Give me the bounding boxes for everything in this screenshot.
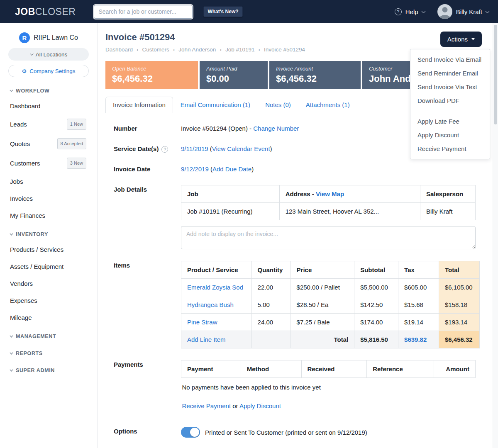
quotes-badge: 8 Accepted [57, 138, 86, 149]
receive-payment-link[interactable]: Receive Payment [182, 402, 231, 409]
breadcrumb-invoice: Invoice #501294 [264, 46, 305, 53]
logo-bold-text: JOB [15, 6, 35, 17]
footer-empty-cell [251, 331, 290, 348]
sidebar-item-assets-equipment[interactable]: Assets / Equipment [0, 258, 97, 275]
help-icon: ? [395, 8, 402, 15]
user-menu[interactable]: Billy Kraft [437, 4, 489, 19]
sidebar-item-expenses[interactable]: Expenses [0, 292, 97, 309]
item-row: Pine Straw 24.00 $7.25 / Bale $174.00 $1… [181, 314, 480, 331]
add-due-date-link[interactable]: Add Due Date [212, 166, 251, 173]
sidebar-section-management: MANAGEMENT [0, 329, 97, 343]
item-row: Emerald Zoysia Sod 22.00 $250.00 / Palle… [181, 279, 480, 296]
chevron-down-icon [10, 368, 13, 371]
tab-invoice-information[interactable]: Invoice Information [105, 97, 173, 113]
page-title: Invoice #501294 [105, 32, 305, 43]
breadcrumb-john-anderson[interactable]: John Anderson [178, 46, 216, 53]
sidebar-section-header-super-admin[interactable]: SUPER ADMIN [0, 363, 97, 377]
logo-light-text: CLOSER [35, 6, 76, 17]
item-product-link[interactable]: Emerald Zoysia Sod [187, 284, 243, 291]
sidebar-item-my-finances[interactable]: My Finances [0, 207, 97, 224]
invoice-note-input[interactable] [181, 226, 476, 249]
chevron-down-icon [10, 232, 13, 235]
menu-item-receive-payment[interactable]: Receive Payment [410, 142, 490, 156]
view-calendar-event-link[interactable]: View Calendar Event [212, 145, 270, 152]
menu-item-apply-discount[interactable]: Apply Discount [410, 128, 490, 142]
breadcrumb-job[interactable]: Job #10191 [225, 46, 255, 53]
help-menu[interactable]: ? Help [395, 8, 425, 15]
sidebar-item-products-services[interactable]: Products / Services [0, 241, 97, 258]
menu-item-send-reminder-email[interactable]: Send Reminder Email [410, 66, 490, 80]
actions-button[interactable]: Actions [440, 32, 482, 47]
sidebar-item-leads[interactable]: Leads1 New [0, 114, 97, 134]
sidebar-section-header-inventory[interactable]: INVENTORY [0, 227, 97, 241]
items-tax-total-link[interactable]: $639.82 [404, 336, 427, 343]
sidebar-section-header-workflow[interactable]: WORKFLOW [0, 84, 97, 97]
address-col-header: Address - View Map [279, 185, 420, 203]
company-logo-icon: R [19, 32, 30, 43]
whats-new-button[interactable]: What's New? [203, 6, 242, 17]
vertical-scrollbar[interactable] [493, 23, 498, 448]
breadcrumb-separator: › [258, 46, 260, 53]
app-logo[interactable]: JOBCLOSER [15, 6, 76, 17]
sidebar-section-header-reports[interactable]: REPORTS [0, 346, 97, 360]
tab-attachments[interactable]: Attachments (1) [298, 97, 357, 113]
menu-item-send-invoice-via-text[interactable]: Send Invoice Via Text [410, 80, 490, 94]
item-product-link[interactable]: Pine Straw [187, 319, 217, 326]
menu-item-download-pdf[interactable]: Download PDF [410, 94, 490, 107]
menu-item-send-invoice-via-email[interactable]: Send Invoice Via Email [410, 53, 490, 66]
help-label: Help [405, 8, 418, 15]
sidebar-section-inventory: INVENTORY Products / Services Assets / E… [0, 227, 97, 326]
breadcrumb-dashboard[interactable]: Dashboard [105, 46, 133, 53]
user-name: Billy Kraft [456, 8, 482, 15]
service-date-label: Service Date(s) ? [114, 144, 181, 153]
service-date-link[interactable]: 9/11/2019 [181, 145, 208, 152]
breadcrumb-separator: › [137, 46, 139, 53]
add-line-item-link[interactable]: Add Line Item [187, 336, 226, 343]
view-map-link[interactable]: View Map [316, 190, 344, 197]
sidebar-item-mileage[interactable]: Mileage [0, 309, 97, 326]
sidebar-section-header-management[interactable]: MANAGEMENT [0, 329, 97, 343]
chevron-down-icon [10, 351, 13, 354]
options-label: Options [114, 427, 181, 438]
item-product-link[interactable]: Hydrangea Bush [187, 301, 234, 308]
items-total-label: Total [290, 331, 354, 348]
help-circle-icon[interactable]: ? [161, 146, 168, 153]
menu-item-apply-late-fee[interactable]: Apply Late Fee [410, 114, 490, 128]
invoice-date-row: Invoice Date 9/12/2019 (Add Due Date) [114, 165, 493, 173]
tab-email-communication[interactable]: Email Communication (1) [173, 97, 258, 113]
items-footer-row: Add Line Item Total $5,816.50 $639.82 $6… [181, 331, 480, 348]
sidebar-item-customers[interactable]: Customers3 New [0, 153, 97, 173]
all-locations-dropdown[interactable]: All Locations [8, 48, 89, 61]
sidebar-item-vendors[interactable]: Vendors [0, 275, 97, 292]
sidebar-item-invoices[interactable]: Invoices [0, 190, 97, 207]
sidebar-item-jobs[interactable]: Jobs [0, 173, 97, 190]
sidebar-item-quotes[interactable]: Quotes8 Accepted [0, 134, 97, 153]
app-shell: R RIIPL Lawn Co All Locations ⚙ Company … [0, 23, 498, 448]
search-input[interactable] [94, 5, 193, 19]
invoice-date-link[interactable]: 9/12/2019 [181, 166, 209, 173]
company-switcher[interactable]: R RIIPL Lawn Co [0, 32, 97, 44]
number-label: Number [114, 124, 181, 133]
chevron-down-icon [10, 334, 13, 337]
job-details-table: Job Address - View Map Salesperson Job #… [181, 185, 476, 220]
items-grand-total: $6,456.32 [439, 331, 479, 348]
job-details-label: Job Details [114, 185, 181, 249]
breadcrumb-customers[interactable]: Customers [142, 46, 169, 53]
tab-notes[interactable]: Notes (0) [258, 97, 298, 113]
sidebar-section-workflow: WORKFLOW Dashboard Leads1 New Quotes8 Ac… [0, 84, 97, 224]
change-number-link[interactable]: Change Number [253, 125, 299, 132]
job-cell: Job #10191 (Recurring) [181, 203, 280, 220]
apply-discount-link[interactable]: Apply Discount [239, 402, 281, 409]
salesperson-cell: Billy Kraft [420, 203, 476, 220]
items-row: Items Product / Service Quantity Price S… [114, 261, 493, 348]
printed-sent-toggle[interactable] [181, 427, 200, 438]
sidebar-item-dashboard[interactable]: Dashboard [0, 97, 97, 114]
scrollbar-thumb[interactable] [494, 25, 497, 124]
sidebar-section-reports: REPORTS [0, 346, 97, 360]
company-settings-button[interactable]: ⚙ Company Settings [8, 65, 89, 77]
main-content: Invoice #501294 Dashboard › Customers › … [98, 23, 493, 448]
job-details-row: Job Details Job Address - View Map Sales… [114, 185, 493, 249]
items-header-row: Product / Service Quantity Price Subtota… [181, 261, 480, 279]
actions-dropdown-menu: Send Invoice Via Email Send Reminder Ema… [410, 49, 490, 159]
gear-icon: ⚙ [22, 68, 27, 74]
